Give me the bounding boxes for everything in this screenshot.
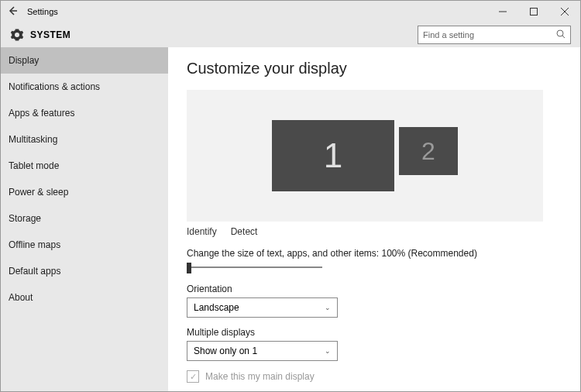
sidebar-item-maps[interactable]: Offline maps — [1, 232, 168, 258]
monitor-label: 2 — [421, 137, 435, 166]
multiple-displays-label: Multiple displays — [187, 327, 562, 338]
close-button[interactable] — [549, 1, 580, 22]
sidebar-item-label: Offline maps — [9, 239, 60, 250]
svg-rect-1 — [531, 9, 538, 15]
sidebar-item-label: Multitasking — [9, 134, 57, 145]
select-value: Landscape — [194, 302, 239, 313]
monitor-2[interactable]: 2 — [399, 127, 458, 175]
sidebar-item-notifications[interactable]: Notifications & actions — [1, 74, 168, 100]
sidebar-item-label: Apps & features — [9, 108, 74, 119]
multiple-displays-select[interactable]: Show only on 1 ⌄ — [187, 341, 338, 361]
maximize-button[interactable] — [518, 1, 549, 22]
sidebar-item-display[interactable]: Display — [1, 47, 168, 74]
page-title: Customize your display — [187, 60, 562, 77]
chevron-down-icon: ⌄ — [325, 304, 331, 311]
sidebar-item-default-apps[interactable]: Default apps — [1, 258, 168, 284]
search-input[interactable]: Find a setting — [418, 26, 571, 44]
monitor-label: 1 — [324, 136, 342, 175]
sidebar-item-label: Storage — [9, 213, 41, 224]
sidebar-item-label: About — [9, 292, 33, 303]
main-display-checkbox: ✓ — [187, 370, 199, 383]
sidebar-item-label: Display — [9, 55, 39, 66]
search-placeholder: Find a setting — [423, 30, 556, 40]
select-value: Show only on 1 — [194, 346, 257, 356]
sidebar-item-label: Default apps — [9, 266, 60, 277]
sidebar-item-storage[interactable]: Storage — [1, 205, 168, 232]
main-display-checkbox-label: Make this my main display — [205, 371, 315, 382]
orientation-select[interactable]: Landscape ⌄ — [187, 297, 338, 318]
sidebar-item-power[interactable]: Power & sleep — [1, 179, 168, 205]
header: SYSTEM Find a setting — [1, 22, 580, 47]
sidebar: Display Notifications & actions Apps & f… — [1, 47, 168, 391]
scale-label: Change the size of text, apps, and other… — [187, 248, 562, 259]
sidebar-item-label: Power & sleep — [9, 187, 68, 198]
back-button[interactable] — [1, 5, 24, 19]
sidebar-item-label: Tablet mode — [9, 160, 59, 171]
identify-link[interactable]: Identify — [187, 226, 217, 237]
section-title: SYSTEM — [30, 29, 70, 40]
sidebar-item-apps[interactable]: Apps & features — [1, 100, 168, 126]
sidebar-item-multitasking[interactable]: Multitasking — [1, 126, 168, 153]
titlebar: Settings — [1, 1, 580, 22]
sidebar-item-label: Notifications & actions — [9, 81, 100, 92]
monitor-1[interactable]: 1 — [272, 120, 394, 191]
chevron-down-icon: ⌄ — [325, 347, 331, 355]
search-icon — [556, 29, 566, 41]
slider-thumb[interactable] — [187, 263, 191, 273]
sidebar-item-about[interactable]: About — [1, 284, 168, 311]
app-name: Settings — [24, 7, 58, 16]
detect-link[interactable]: Detect — [231, 226, 258, 237]
scale-slider[interactable] — [187, 262, 322, 273]
svg-line-5 — [562, 36, 565, 38]
gear-icon — [10, 28, 24, 42]
main-panel: Customize your display 1 2 Identify Dete… — [168, 47, 580, 391]
svg-point-4 — [557, 30, 563, 36]
minimize-button[interactable] — [487, 1, 518, 22]
sidebar-item-tablet[interactable]: Tablet mode — [1, 153, 168, 179]
slider-track — [187, 266, 322, 268]
orientation-label: Orientation — [187, 284, 562, 294]
display-arrangement[interactable]: 1 2 — [187, 90, 543, 222]
